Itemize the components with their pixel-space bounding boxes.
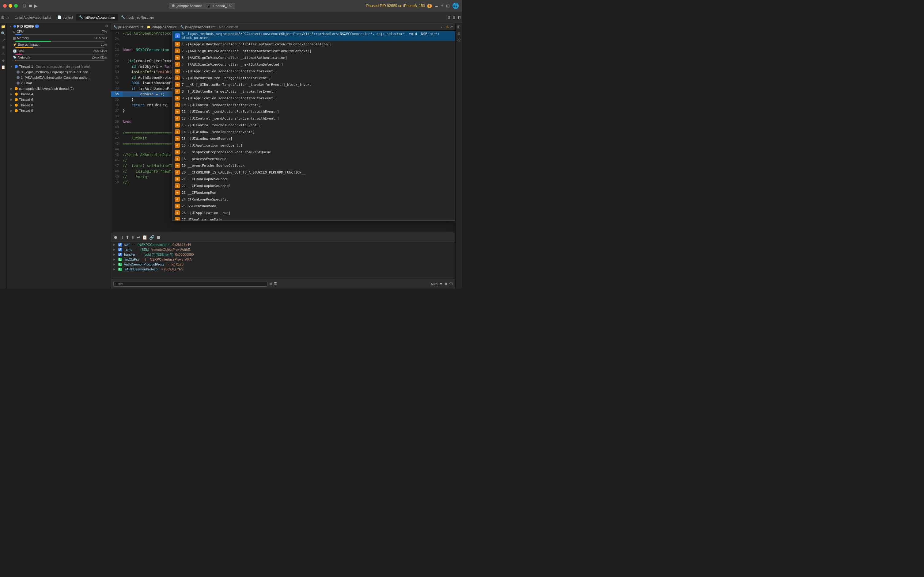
search-ls-icon[interactable]: 🔍 [1,31,5,35]
callstack-item-4[interactable]: ⊙4 -[AAUISignInViewController _nextButto… [172,61,455,68]
callstack-item-24[interactable]: ⊙24 CFRunLoopRunSpecific [172,196,455,203]
var-handler-expand[interactable]: ▶ [113,253,116,256]
callstack-item-5[interactable]: ⊙5 -[UIApplication sendAction:to:from:fo… [172,68,455,74]
inspector-icon[interactable]: ◧ [457,15,461,19]
callstack-item-27[interactable]: ⊙27 UIApplicationMain [172,216,455,221]
callstack-item-13[interactable]: ⊙13 -[UIControl touchesEnded:withEvent:] [172,122,455,129]
thread-eventfetch-item[interactable]: ▶ com.apple.uikit.eventfetch-thread (2) [7,86,111,91]
callstack-item-22[interactable]: ⊙22 __CFRunLoopDoSources0 [172,182,455,189]
back-nav-icon[interactable]: ‹ [5,15,7,19]
debug-copy-icon[interactable]: 📋 [142,235,147,240]
nav-layout-icon[interactable]: ⊟ [1,15,4,19]
thread8-item[interactable]: ▶ Thread 8 [7,102,111,108]
thread1-item[interactable]: ▼ Thread 1 Queue: com.apple.main-thread … [7,64,111,69]
issue-icon[interactable]: ⚠ [2,52,5,56]
maximize-button[interactable] [14,4,18,8]
report-icon[interactable]: 📋 [1,65,5,69]
bc-2[interactable]: jailAppleAccount [152,25,177,29]
minimize-button[interactable] [8,4,12,8]
debug-stepout-icon[interactable]: ⬇ [131,235,135,240]
info-icon[interactable]: ⓘ [450,282,453,286]
callstack-item-19[interactable]: ⊙19 __eventFetcherSourceCallback [172,162,455,169]
filter-input[interactable] [113,281,267,287]
callstack-item-6[interactable]: ⊙6 -[UIBarButtonItem _triggerActionForEv… [172,74,455,81]
frame29-item[interactable]: 29 start [7,80,111,86]
add-icon[interactable]: + [441,3,444,8]
var-cmd-expand[interactable]: ▶ [113,248,116,251]
thread8-expand-icon[interactable]: ▶ [10,104,13,107]
layout-icon[interactable]: ⊞ [446,3,450,8]
thread9-expand-icon[interactable]: ▶ [10,109,13,112]
frame0-item[interactable]: 0 _logos_method$_ungrouped$NSXPCConn... [7,69,111,75]
auto-expand-icon[interactable]: ▼ [439,282,443,286]
scheme-selector[interactable]: 🏛 jailAppleAccount › 📱 iPhone8_150 [169,3,235,9]
callstack-item-15[interactable]: ⊙15 -[UIWindow sendEvent:] [172,135,455,142]
callstack-item-3[interactable]: ⊙3 -[AAUISignInViewController _attemptAu… [172,54,455,61]
var-authProxy-expand[interactable]: ▶ [113,263,116,266]
callstack-item-2[interactable]: ⊙2 -[AAUISignInViewController _attemptAu… [172,48,455,54]
bc-warn-icon[interactable]: ⚠ [446,25,449,29]
assistant-icon[interactable]: ⊞ [453,15,456,19]
tab-main[interactable]: 🔧 jailAppleAccount.xm [76,14,118,21]
bc-nav-prev-icon[interactable]: ‹ [441,25,442,29]
sidebar-toggle-icon[interactable]: ⊟ [22,3,26,8]
callstack-item-16[interactable]: ⊙16 -[UIApplication sendEvent:] [172,142,455,149]
pid-expand-icon[interactable]: ▼ [9,25,12,28]
debug-link-icon[interactable]: 🔗 [149,235,154,240]
thread4-expand-icon[interactable]: ▶ [10,93,13,96]
thread4-item[interactable]: ▶ Thread 4 [7,91,111,97]
tab-control[interactable]: 📄 control [54,14,76,21]
callstack-item-25[interactable]: ⊙25 GSEventRunModal [172,203,455,210]
callstack-item-12[interactable]: ⊙12 -[UIControl _sendActionsForEvents:wi… [172,115,455,122]
callstack-item-10[interactable]: ⊙10 -[UIControl sendAction:to:forEvent:] [172,102,455,108]
var-rmtObjPrx-expand[interactable]: ▶ [113,258,116,261]
callstack-item-26[interactable]: ⊙26 -[UIApplication _run] [172,210,455,216]
run-icon[interactable]: ▶ [34,3,38,8]
callstack-item-20[interactable]: ⊙20 __CFRUNLOOP_IS_CALLING_OUT_TO_A_SOUR… [172,169,455,176]
debug-stepinto-icon[interactable]: ⬆ [125,235,129,240]
test-icon[interactable]: ◆ [2,58,5,63]
var-self-expand[interactable]: ▶ [113,243,116,246]
bc-jump-icon[interactable]: ↗ [450,25,453,29]
debug-return-icon[interactable]: ↩ [137,235,140,240]
callstack-item-9[interactable]: ⊙9 -[UIApplication sendAction:to:from:fo… [172,95,455,102]
forward-nav-icon[interactable]: › [8,15,9,19]
inspector1-icon[interactable]: ◧ [457,24,460,29]
pid-section[interactable]: ▼ PID 92689 i ⚙ [7,23,111,29]
callstack-item-8[interactable]: ⊙8 -[_UIButtonBarTargetAction _invoke:fo… [172,88,455,95]
eventfetch-expand-icon[interactable]: ▶ [10,87,13,90]
bc-1[interactable]: jailAppleAccount [118,25,143,29]
bc-nav-next-icon[interactable]: › [443,25,445,29]
callstack-item-1[interactable]: ⊙1 -[AKAppleIDAuthenticationController a… [172,41,455,48]
thread6-item[interactable]: ▶ Thread 6 [7,97,111,102]
callstack-item-21[interactable]: ⊙21 __CFRunLoopDoSource0 [172,176,455,182]
debug-stop-icon[interactable]: ⏹ [156,235,161,240]
callstack-item-23[interactable]: ⊙23 __CFRunLoopRun [172,189,455,196]
callstack-item-0[interactable]: ◈0 _logos_method$_ungrouped$NSXPCConnect… [172,31,455,41]
debug-stepover-icon[interactable]: ⏸ [119,235,124,240]
filter-icon1[interactable]: ⊞ [269,282,272,286]
callstack-item-7[interactable]: ⊙7 __45-[_UIButtonBarTargetAction _invok… [172,81,455,88]
tab-hook[interactable]: 🔧 hook_reqResp.xm [118,14,157,21]
editor-layout-icon[interactable]: ⊟ [448,15,451,19]
stop-icon[interactable]: ⏹ [28,3,32,8]
thread1-expand-icon[interactable]: ▼ [10,65,13,68]
scm-icon[interactable]: ⎇ [1,38,5,42]
bc-3[interactable]: jailAppleAccount.xm [185,25,215,29]
pid-settings-icon[interactable]: ⚙ [105,24,108,28]
close-button[interactable] [3,4,7,8]
view-icon[interactable]: ◉ [445,282,448,286]
filter-icon2[interactable]: ☰ [274,282,277,286]
callstack-item-17[interactable]: ⊙17 __dispatchPreprocessedEventFromEvent… [172,149,455,155]
inspector2-icon[interactable]: ⊞ [457,31,460,35]
folder-icon[interactable]: 📁 [1,24,5,29]
frame1-item[interactable]: 1 -[AKAppleIDAuthenticationController au… [7,75,111,80]
callstack-item-11[interactable]: ⊙11 -[UIControl _sendActionsForEvents:wi… [172,108,455,115]
var-isAuth-expand[interactable]: ▶ [113,268,116,271]
breakpoint-icon[interactable]: ◉ [2,45,5,49]
inspector3-icon[interactable]: 22 [457,38,461,42]
debug-continue-icon[interactable]: ⏺ [113,235,117,240]
callstack-item-18[interactable]: ⊙18 __processEventQueue [172,155,455,162]
thread6-expand-icon[interactable]: ▶ [10,98,13,101]
callstack-item-14[interactable]: ⊙14 -[UIWindow _sendTouchesForEvent:] [172,129,455,135]
